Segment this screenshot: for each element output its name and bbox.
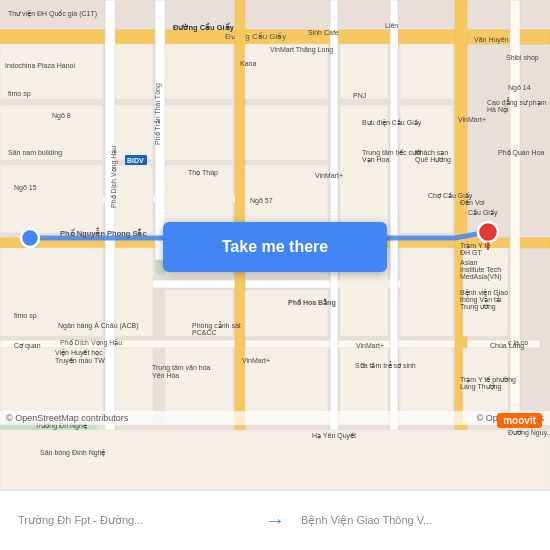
svg-text:Yên Hòa: Yên Hòa [152, 372, 179, 379]
svg-text:Phố Nguyễn Phong Sắc: Phố Nguyễn Phong Sắc [60, 227, 147, 238]
svg-text:Trung ương: Trung ương [460, 303, 496, 311]
svg-rect-19 [115, 105, 153, 160]
svg-text:Đường Cầu Giấy: Đường Cầu Giấy [173, 22, 235, 32]
svg-rect-26 [400, 44, 453, 99]
svg-text:Đường Cầu Giấy: Đường Cầu Giấy [225, 32, 286, 41]
svg-text:Phố Quán Hoa: Phố Quán Hoa [498, 149, 545, 157]
osm-attribution: © OpenStreetMap contributors [6, 413, 128, 423]
svg-text:Bưu điện Cầu Giấy: Bưu điện Cầu Giấy [362, 119, 422, 127]
svg-rect-25 [340, 44, 388, 99]
svg-text:ĐH GT: ĐH GT [460, 249, 483, 256]
moovit-logo: moovit [497, 413, 542, 428]
svg-text:Phố Trần Thái Tông: Phố Trần Thái Tông [154, 83, 162, 145]
svg-rect-39 [245, 290, 328, 336]
origin-info: Trường Đh Fpt - Đường... [10, 514, 257, 527]
bottom-navigation-bar: Trường Đh Fpt - Đường... → Bệnh Viện Gia… [0, 490, 550, 550]
svg-text:Ngõ 8: Ngõ 8 [52, 112, 71, 120]
destination-info: Bệnh Viện Giao Thông V... [293, 514, 540, 527]
svg-text:Shibi shop: Shibi shop [506, 54, 539, 62]
svg-text:Phố Dịch Vọng Hậu: Phố Dịch Vọng Hậu [110, 146, 118, 208]
svg-text:Sữa tầm trẻ sơ sinh: Sữa tầm trẻ sơ sinh [355, 361, 416, 369]
svg-text:Vạn Hoa: Vạn Hoa [362, 156, 389, 164]
origin-label: Trường Đh Fpt - Đường... [18, 514, 249, 527]
svg-rect-29 [0, 165, 103, 233]
map-container: Đường Cầu Giấy [0, 0, 550, 490]
svg-text:Indochina Plaza Hanoi: Indochina Plaza Hanoi [5, 62, 75, 69]
take-me-there-button[interactable]: Take me there [163, 222, 387, 272]
svg-text:Asian: Asian [460, 259, 478, 266]
svg-rect-41 [400, 248, 453, 336]
svg-text:Truyền máu TW: Truyền máu TW [55, 357, 105, 365]
svg-text:Phố Hoa Bằng: Phố Hoa Bằng [288, 298, 336, 307]
svg-rect-22 [165, 105, 233, 160]
svg-text:VinMart+: VinMart+ [242, 357, 270, 364]
svg-text:fimo sp: fimo sp [14, 312, 37, 320]
svg-text:Ngân hàng Á Châu (ACB): Ngân hàng Á Châu (ACB) [58, 321, 139, 330]
svg-text:Quê Hương: Quê Hương [415, 156, 451, 164]
svg-text:Kana: Kana [240, 60, 256, 67]
svg-text:VinMart Thăng Long: VinMart Thăng Long [270, 46, 333, 54]
svg-text:Đền Voi: Đền Voi [460, 199, 485, 206]
svg-text:PC&CC: PC&CC [192, 329, 217, 336]
svg-text:Liên: Liên [385, 22, 398, 29]
svg-rect-20 [115, 165, 153, 233]
svg-text:Institute Tech: Institute Tech [460, 266, 501, 273]
svg-text:Ngõ 57: Ngõ 57 [250, 197, 273, 205]
svg-text:Sinh Cafe: Sinh Cafe [308, 29, 339, 36]
svg-text:Hạ Yên Quyết: Hạ Yên Quyết [312, 432, 356, 440]
route-arrow-icon: → [257, 509, 293, 532]
svg-text:VinMart+: VinMart+ [458, 116, 486, 123]
svg-text:Phố Dịch Vọng Hậu: Phố Dịch Vọng Hậu [60, 339, 122, 347]
svg-rect-50 [0, 430, 550, 490]
svg-text:MedAsia(VN): MedAsia(VN) [460, 273, 502, 281]
svg-text:Cơ quan: Cơ quan [14, 342, 41, 350]
svg-text:Đường Nguy...: Đường Nguy... [508, 429, 550, 437]
svg-rect-21 [165, 44, 233, 99]
svg-text:Ngõ 15: Ngõ 15 [14, 184, 37, 192]
svg-text:Cầu Giấy: Cầu Giấy [468, 209, 498, 217]
svg-text:Viện Huyết học: Viện Huyết học [55, 349, 103, 357]
svg-point-117 [478, 222, 498, 242]
svg-text:Hà Nội: Hà Nội [487, 106, 509, 114]
svg-text:Láng Thượng: Láng Thượng [460, 383, 501, 391]
svg-text:c la co: c la co [508, 339, 528, 346]
svg-rect-18 [115, 44, 153, 99]
svg-text:Thọ Tháp: Thọ Tháp [188, 169, 218, 177]
svg-text:VinMart+: VinMart+ [315, 172, 343, 179]
destination-label: Bệnh Viện Giao Thông V... [301, 514, 532, 527]
map-attribution: © OpenStreetMap contributors © OpenMapTi… [0, 411, 550, 425]
svg-rect-24 [245, 105, 328, 160]
svg-text:PNJ: PNJ [353, 92, 366, 99]
svg-text:Ngõ 14: Ngõ 14 [508, 84, 531, 92]
svg-text:VinMart+: VinMart+ [356, 342, 384, 349]
svg-text:Sân nam building: Sân nam building [8, 149, 62, 157]
svg-point-119 [21, 229, 39, 247]
svg-text:Văn Huyên: Văn Huyên [474, 36, 509, 44]
svg-text:Trung tâm văn hóa: Trung tâm văn hóa [152, 364, 211, 372]
svg-text:BIDV: BIDV [127, 157, 144, 164]
svg-text:Sân bóng Đình Nghệ: Sân bóng Đình Nghệ [40, 449, 106, 457]
svg-text:fimo sp: fimo sp [8, 90, 31, 98]
svg-text:Thư viện ĐH Quốc gia (C1T): Thư viện ĐH Quốc gia (C1T) [8, 10, 97, 18]
